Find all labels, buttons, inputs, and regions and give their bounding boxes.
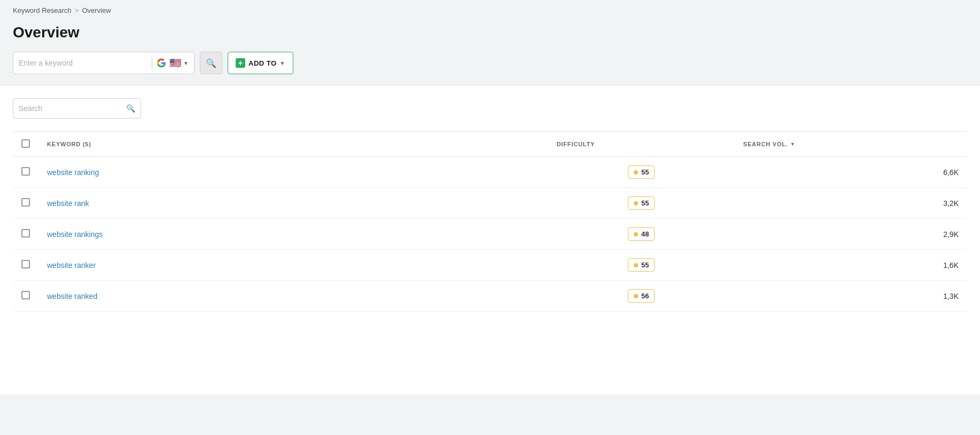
main-content: 🔍 KEYWORD (5) DIFFICULTY SEARCH VOL. ▼: [0, 85, 980, 394]
select-all-checkbox[interactable]: [21, 139, 30, 148]
breadcrumb-separator: >: [75, 6, 79, 14]
row-checkbox-cell: [13, 281, 38, 312]
keywords-table: KEYWORD (5) DIFFICULTY SEARCH VOL. ▼ we: [13, 131, 967, 312]
search-icon: 🔍: [206, 58, 216, 68]
search-vol-sort[interactable]: SEARCH VOL. ▼: [743, 141, 796, 147]
table-header-row: KEYWORD (5) DIFFICULTY SEARCH VOL. ▼: [13, 132, 967, 157]
table-row: website rank 55 3,2K: [13, 188, 967, 219]
difficulty-badge: 48: [628, 227, 655, 241]
row-checkbox[interactable]: [21, 229, 30, 238]
country-chevron-icon: ▼: [183, 60, 189, 66]
row-checkbox[interactable]: [21, 260, 30, 268]
add-to-label: ADD TO: [248, 59, 277, 67]
keyword-cell: website rankings: [38, 219, 548, 250]
row-checkbox[interactable]: [21, 167, 30, 176]
table-row: website ranked 56 1,3K: [13, 281, 967, 312]
keyword-cell: website ranking: [38, 157, 548, 188]
keyword-input-wrapper: 🇺🇸 ▼: [13, 52, 195, 74]
table-search-input[interactable]: [19, 104, 126, 113]
table-search-row: 🔍: [13, 98, 967, 118]
difficulty-dot: [634, 294, 638, 298]
breadcrumb-current: Overview: [82, 6, 111, 14]
table-search-wrapper: 🔍: [13, 98, 141, 118]
keyword-cell: website ranker: [38, 250, 548, 281]
difficulty-dot: [634, 232, 638, 236]
add-to-button[interactable]: + ADD TO ▼: [228, 52, 293, 74]
row-checkbox-cell: [13, 250, 38, 281]
difficulty-dot: [634, 263, 638, 267]
row-checkbox[interactable]: [21, 291, 30, 299]
keyword-link[interactable]: website rankings: [47, 230, 103, 239]
difficulty-cell: 55: [548, 157, 735, 188]
row-checkbox[interactable]: [21, 198, 30, 207]
table-row: website rankings 48 2,9K: [13, 219, 967, 250]
add-to-plus-icon: +: [236, 58, 245, 68]
sort-arrow-icon: ▼: [790, 141, 796, 147]
difficulty-badge: 56: [628, 289, 655, 303]
th-select-all[interactable]: [13, 132, 38, 157]
row-checkbox-cell: [13, 188, 38, 219]
keyword-link[interactable]: website ranking: [47, 168, 99, 177]
table-search-icon: 🔍: [126, 104, 135, 113]
difficulty-cell: 48: [548, 219, 735, 250]
difficulty-badge: 55: [628, 196, 655, 210]
row-checkbox-cell: [13, 157, 38, 188]
search-vol-cell: 6,6K: [735, 157, 967, 188]
google-icon: [157, 58, 166, 68]
th-difficulty: DIFFICULTY: [548, 132, 735, 157]
difficulty-badge: 55: [628, 258, 655, 272]
row-checkbox-cell: [13, 219, 38, 250]
search-vol-cell: 1,3K: [735, 281, 967, 312]
th-search-vol[interactable]: SEARCH VOL. ▼: [735, 132, 967, 157]
difficulty-cell: 55: [548, 250, 735, 281]
table-row: website ranker 55 1,6K: [13, 250, 967, 281]
keyword-link[interactable]: website ranker: [47, 261, 96, 270]
keyword-link[interactable]: website ranked: [47, 292, 97, 300]
breadcrumb-parent[interactable]: Keyword Research: [13, 6, 72, 14]
input-divider: [152, 57, 152, 69]
page-title: Overview: [13, 24, 967, 41]
th-keyword: KEYWORD (5): [38, 132, 548, 157]
difficulty-cell: 56: [548, 281, 735, 312]
keyword-cell: website ranked: [38, 281, 548, 312]
keyword-input[interactable]: [19, 59, 147, 67]
search-vol-cell: 2,9K: [735, 219, 967, 250]
difficulty-cell: 55: [548, 188, 735, 219]
difficulty-dot: [634, 201, 638, 205]
search-vol-cell: 3,2K: [735, 188, 967, 219]
difficulty-dot: [634, 170, 638, 175]
breadcrumb: Keyword Research > Overview: [13, 6, 967, 14]
add-to-chevron-icon: ▼: [280, 60, 285, 66]
keyword-link[interactable]: website rank: [47, 199, 89, 208]
flag-icon: 🇺🇸: [169, 57, 181, 69]
country-selector[interactable]: 🇺🇸 ▼: [169, 57, 189, 69]
difficulty-badge: 55: [628, 165, 655, 179]
keyword-cell: website rank: [38, 188, 548, 219]
search-row: 🇺🇸 ▼ 🔍 + ADD TO ▼: [13, 52, 967, 74]
search-vol-cell: 1,6K: [735, 250, 967, 281]
table-row: website ranking 55 6,6K: [13, 157, 967, 188]
search-button[interactable]: 🔍: [200, 52, 222, 74]
